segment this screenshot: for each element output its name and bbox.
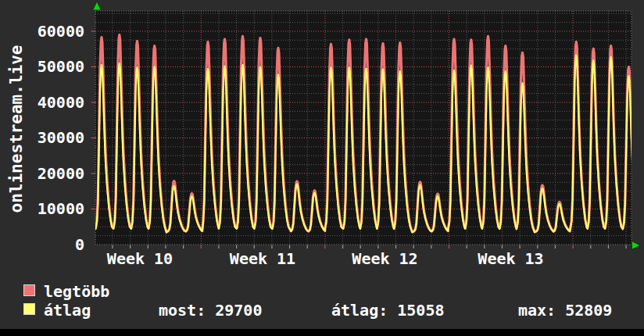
stat-max: max: 52809 — [518, 302, 612, 319]
week-label: Week 12 — [352, 251, 417, 266]
y-tick-label: 0 — [14, 237, 84, 252]
rrd-graph-page: { "title_vertical": "onlinestream.live",… — [0, 0, 644, 336]
y-tick-label: 10000 — [14, 201, 84, 216]
y-tick-label: 20000 — [14, 166, 84, 181]
stat-most: most: 29700 — [159, 302, 262, 319]
legend-label-atlag: átlag — [44, 302, 91, 319]
legend-swatch-atlag — [23, 303, 35, 315]
week-label: Week 11 — [230, 251, 295, 266]
legend-swatch-legtobb — [23, 284, 35, 296]
y-tick-label: 40000 — [14, 95, 84, 110]
y-tick-label: 60000 — [14, 23, 84, 39]
stat-atlag: átlag: 15058 — [331, 302, 445, 319]
legend-label-legtobb: legtöbb — [44, 283, 109, 300]
axis-arrow-up-icon — [94, 2, 101, 10]
y-tick-label: 30000 — [14, 130, 84, 145]
bottom-black-bar — [0, 329, 644, 336]
axis-arrow-right-icon — [632, 242, 639, 249]
week-label: Week 13 — [478, 251, 543, 266]
y-tick-label: 50000 — [14, 59, 84, 74]
week-label: Week 10 — [107, 251, 173, 266]
